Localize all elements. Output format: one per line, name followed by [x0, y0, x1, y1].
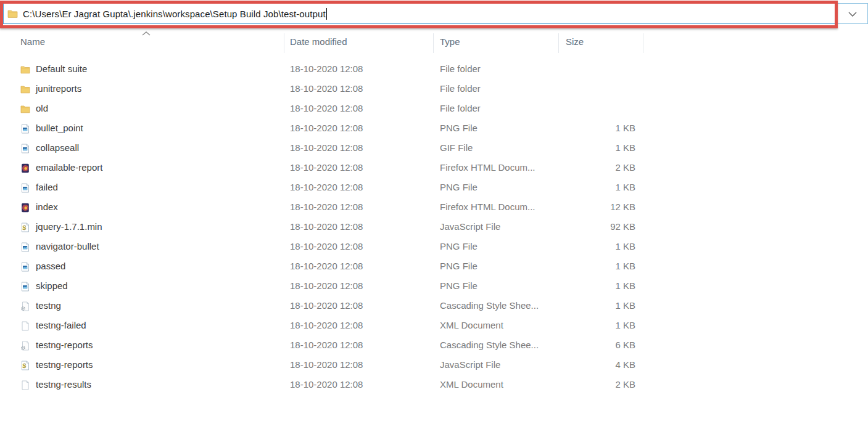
- file-size: 1 KB: [555, 300, 635, 311]
- file-type: File folder: [440, 83, 481, 94]
- file-row[interactable]: bullet_point18-10-2020 12:08PNG File1 KB: [0, 119, 868, 139]
- css-file-icon: [20, 341, 30, 351]
- file-name: testng-results: [36, 379, 91, 390]
- file-name: failed: [36, 182, 58, 192]
- file-row[interactable]: testng-reports18-10-2020 12:08Cascading …: [0, 336, 868, 356]
- file-date-modified: 18-10-2020 12:08: [290, 123, 363, 133]
- file-name: passed: [36, 261, 65, 271]
- text-caret: [326, 8, 327, 20]
- file-type: PNG File: [440, 182, 477, 192]
- file-row[interactable]: collapseall18-10-2020 12:08GIF File1 KB: [0, 139, 868, 158]
- file-type: JavaScript File: [440, 221, 500, 232]
- file-row[interactable]: testng18-10-2020 12:08Cascading Style Sh…: [0, 296, 868, 316]
- file-size: 1 KB: [555, 182, 635, 192]
- file-date-modified: 18-10-2020 12:08: [290, 63, 363, 74]
- column-header-size[interactable]: Size: [566, 36, 584, 47]
- file-type: Firefox HTML Docum...: [440, 202, 535, 212]
- file-date-modified: 18-10-2020 12:08: [290, 320, 363, 330]
- file-type: PNG File: [440, 261, 477, 271]
- xml-doc-icon: [20, 321, 30, 331]
- file-type: GIF File: [440, 142, 473, 153]
- file-date-modified: 18-10-2020 12:08: [290, 300, 363, 311]
- folder-icon: [20, 84, 30, 94]
- image-file-icon: [20, 144, 30, 153]
- file-type: File folder: [440, 63, 481, 74]
- file-row[interactable]: Stestng-reports18-10-2020 12:08JavaScrip…: [0, 356, 868, 375]
- file-date-modified: 18-10-2020 12:08: [290, 83, 363, 94]
- firefox-html-icon: [20, 163, 30, 173]
- column-separator[interactable]: [284, 33, 284, 53]
- file-name: testng-reports: [36, 340, 93, 350]
- file-date-modified: 18-10-2020 12:08: [290, 359, 363, 370]
- address-dropdown-button[interactable]: [837, 3, 868, 24]
- sort-ascending-icon: [141, 28, 151, 34]
- file-name: testng-reports: [36, 359, 93, 370]
- folder-icon: [20, 104, 30, 114]
- file-date-modified: 18-10-2020 12:08: [290, 162, 363, 173]
- image-file-icon: [20, 282, 30, 292]
- file-type: PNG File: [440, 280, 477, 291]
- file-row[interactable]: index18-10-2020 12:08Firefox HTML Docum.…: [0, 198, 868, 218]
- file-row[interactable]: Sjquery-1.7.1.min18-10-2020 12:08JavaScr…: [0, 218, 868, 237]
- image-file-icon: [20, 262, 30, 272]
- file-row[interactable]: emailable-report18-10-2020 12:08Firefox …: [0, 158, 868, 178]
- file-row[interactable]: old18-10-2020 12:08File folder: [0, 99, 868, 119]
- file-date-modified: 18-10-2020 12:08: [290, 182, 363, 192]
- image-file-icon: [20, 124, 30, 134]
- file-row[interactable]: testng-results18-10-2020 12:08XML Docume…: [0, 375, 868, 395]
- file-name: emailable-report: [36, 162, 102, 173]
- file-date-modified: 18-10-2020 12:08: [290, 142, 363, 153]
- file-name: testng-failed: [36, 320, 86, 330]
- js-file-icon: S: [20, 361, 30, 370]
- address-path-text: C:\Users\Er Jagrat Gupta\.jenkins\worksp…: [23, 9, 326, 19]
- column-separator[interactable]: [558, 33, 559, 53]
- file-size: 92 KB: [555, 221, 635, 232]
- column-separator[interactable]: [433, 33, 434, 53]
- file-type: File folder: [440, 103, 481, 113]
- file-name: skipped: [36, 280, 68, 291]
- column-header-date-modified[interactable]: Date modified: [290, 36, 347, 47]
- address-bar-input[interactable]: C:\Users\Er Jagrat Gupta\.jenkins\worksp…: [3, 3, 836, 24]
- file-row[interactable]: failed18-10-2020 12:08PNG File1 KB: [0, 178, 868, 198]
- file-date-modified: 18-10-2020 12:08: [290, 379, 363, 390]
- image-file-icon: [20, 183, 30, 193]
- file-size: 1 KB: [555, 142, 635, 153]
- file-date-modified: 18-10-2020 12:08: [290, 202, 363, 212]
- file-name: jquery-1.7.1.min: [36, 221, 102, 232]
- file-row[interactable]: skipped18-10-2020 12:08PNG File1 KB: [0, 277, 868, 296]
- file-row[interactable]: passed18-10-2020 12:08PNG File1 KB: [0, 257, 868, 277]
- svg-text:S: S: [23, 362, 27, 369]
- file-size: 2 KB: [555, 162, 635, 173]
- column-header-row: Name Date modified Type Size: [0, 31, 868, 55]
- file-size: 1 KB: [555, 241, 635, 251]
- file-row[interactable]: Default suite18-10-2020 12:08File folder: [0, 60, 868, 80]
- folder-icon: [7, 9, 18, 19]
- file-row[interactable]: testng-failed18-10-2020 12:08XML Documen…: [0, 316, 868, 336]
- file-date-modified: 18-10-2020 12:08: [290, 261, 363, 271]
- file-name: testng: [36, 300, 61, 311]
- column-header-type[interactable]: Type: [440, 36, 460, 47]
- file-name: Default suite: [36, 63, 87, 74]
- file-name: old: [36, 103, 48, 113]
- file-row[interactable]: navigator-bullet18-10-2020 12:08PNG File…: [0, 237, 868, 257]
- file-list: Default suite18-10-2020 12:08File folder…: [0, 60, 868, 395]
- file-explorer-window: C:\Users\Er Jagrat Gupta\.jenkins\worksp…: [0, 0, 868, 445]
- js-file-icon: S: [20, 222, 30, 232]
- file-row[interactable]: junitreports18-10-2020 12:08File folder: [0, 80, 868, 99]
- file-date-modified: 18-10-2020 12:08: [290, 280, 363, 291]
- column-separator[interactable]: [643, 33, 643, 53]
- file-type: XML Document: [440, 379, 503, 390]
- file-size: 1 KB: [555, 320, 635, 330]
- file-size: 6 KB: [555, 340, 635, 350]
- svg-text:S: S: [23, 224, 27, 231]
- file-date-modified: 18-10-2020 12:08: [290, 340, 363, 350]
- file-type: Firefox HTML Docum...: [440, 162, 535, 173]
- file-size: 1 KB: [555, 280, 635, 291]
- file-date-modified: 18-10-2020 12:08: [290, 221, 363, 232]
- column-header-name[interactable]: Name: [20, 36, 45, 47]
- file-type: JavaScript File: [440, 359, 500, 370]
- folder-icon: [20, 65, 30, 75]
- file-name: collapseall: [36, 142, 79, 153]
- chevron-down-icon: [848, 8, 857, 19]
- file-size: 1 KB: [555, 123, 635, 133]
